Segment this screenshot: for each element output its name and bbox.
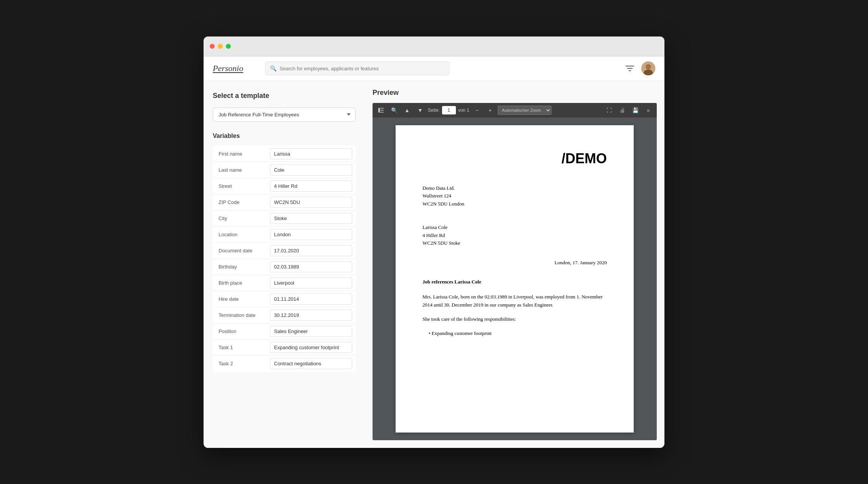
- search-icon: 🔍: [270, 65, 277, 71]
- var-value[interactable]: [267, 194, 356, 210]
- variable-row: Last name: [213, 162, 356, 178]
- var-input-1[interactable]: [270, 164, 353, 176]
- pdf-toolbar: 🔍 ▲ ▼ Seite: von 1 − + Automatischer Zoo…: [373, 103, 657, 118]
- company-street: Wallstreet 124: [422, 193, 451, 199]
- pdf-responsibilities-intro: She took care of the following responsib…: [422, 315, 607, 323]
- var-input-2[interactable]: [270, 181, 353, 192]
- scroll-up-button[interactable]: ▲: [402, 105, 412, 116]
- pdf-company-address: Demo Data Ltd. Wallstreet 124 WC2N 5DU L…: [422, 184, 607, 208]
- page-of: von 1: [458, 108, 469, 113]
- pdf-content[interactable]: /DEMO Demo Data Ltd. Wallstreet 124 WC2N…: [373, 118, 657, 440]
- var-input-12[interactable]: [270, 342, 353, 353]
- var-value[interactable]: [267, 162, 356, 178]
- var-label: Position: [213, 323, 267, 339]
- avatar[interactable]: [641, 61, 655, 75]
- svg-rect-9: [380, 112, 384, 113]
- var-label: First name: [213, 146, 267, 162]
- var-input-4[interactable]: [270, 213, 353, 224]
- variable-row: Document date: [213, 242, 356, 259]
- scroll-down-button[interactable]: ▼: [415, 105, 426, 116]
- var-value[interactable]: [267, 259, 356, 275]
- var-value[interactable]: [267, 307, 356, 323]
- var-label: City: [213, 210, 267, 226]
- var-value[interactable]: [267, 210, 356, 226]
- var-label: ZIP Code: [213, 194, 267, 210]
- template-select[interactable]: Job Reference Full-Time Employees: [213, 108, 356, 122]
- filter-icon[interactable]: [624, 63, 635, 74]
- pdf-body-paragraph: Mrs. Larissa Cole, born on the 02.03.198…: [422, 293, 607, 309]
- var-value[interactable]: [267, 146, 356, 162]
- var-label: Hire date: [213, 291, 267, 307]
- var-input-0[interactable]: [270, 148, 353, 159]
- fullscreen-button[interactable]: ⛶: [604, 105, 615, 116]
- recipient-street: 4 Hiller Rd: [422, 232, 445, 238]
- logo-area: Personio: [213, 63, 259, 73]
- variable-row: Task 2: [213, 355, 356, 371]
- sidebar-toggle-button[interactable]: [376, 105, 386, 116]
- var-input-10[interactable]: [270, 310, 353, 321]
- header-actions: [624, 61, 655, 75]
- minimize-button[interactable]: [218, 44, 223, 49]
- var-label: Termination date: [213, 307, 267, 323]
- variable-row: Birthday: [213, 259, 356, 275]
- var-value[interactable]: [267, 323, 356, 339]
- search-input[interactable]: [280, 66, 444, 71]
- var-label: Street: [213, 178, 267, 194]
- variables-table: First name Last name Street ZIP Code Cit…: [213, 146, 356, 372]
- var-label: Task 2: [213, 355, 267, 371]
- pdf-subject: Job references Larissa Cole: [422, 278, 607, 286]
- company-name: Demo Data Ltd.: [422, 185, 455, 191]
- window-controls: [210, 44, 231, 49]
- var-value[interactable]: [267, 242, 356, 259]
- var-value[interactable]: [267, 226, 356, 242]
- var-value[interactable]: [267, 339, 356, 355]
- main-content: Select a template Job Reference Full-Tim…: [204, 81, 664, 448]
- variable-row: Location: [213, 226, 356, 242]
- var-label: Birth place: [213, 275, 267, 291]
- var-input-5[interactable]: [270, 229, 353, 240]
- var-input-9[interactable]: [270, 293, 353, 305]
- variable-row: Task 1: [213, 339, 356, 355]
- variable-row: Hire date: [213, 291, 356, 307]
- search-pdf-button[interactable]: 🔍: [389, 105, 399, 116]
- download-button[interactable]: 💾: [630, 105, 641, 116]
- app-logo: Personio: [213, 63, 243, 73]
- print-button[interactable]: 🖨: [617, 105, 628, 116]
- var-input-8[interactable]: [270, 277, 353, 288]
- search-bar[interactable]: 🔍: [265, 61, 449, 75]
- close-button[interactable]: [210, 44, 215, 49]
- var-input-13[interactable]: [270, 358, 353, 369]
- variable-row: City: [213, 210, 356, 226]
- page-number-input[interactable]: [442, 106, 456, 114]
- maximize-button[interactable]: [226, 44, 231, 49]
- var-value[interactable]: [267, 355, 356, 371]
- var-value[interactable]: [267, 275, 356, 291]
- variable-row: Position: [213, 323, 356, 339]
- recipient-name: Larissa Cole: [422, 224, 447, 230]
- var-input-11[interactable]: [270, 326, 353, 337]
- var-input-7[interactable]: [270, 261, 353, 272]
- more-options-button[interactable]: »: [643, 105, 654, 116]
- svg-rect-7: [380, 108, 384, 109]
- svg-rect-8: [380, 110, 384, 111]
- zoom-select[interactable]: Automatischer Zoom: [498, 106, 552, 115]
- right-panel: Preview 🔍 ▲ ▼ Seite:: [365, 81, 664, 448]
- var-value[interactable]: [267, 291, 356, 307]
- zoom-in-button[interactable]: +: [485, 105, 495, 116]
- variable-row: Birth place: [213, 275, 356, 291]
- var-input-3[interactable]: [270, 197, 353, 208]
- pdf-date: London, 17. January 2020: [422, 259, 607, 267]
- var-label: Document date: [213, 242, 267, 259]
- var-label: Birthday: [213, 259, 267, 275]
- pdf-recipient-address: Larissa Cole 4 Hiller Rd WC2N 5DU Stoke: [422, 224, 607, 247]
- company-city: WC2N 5DU London: [422, 201, 464, 207]
- title-bar: [204, 36, 664, 56]
- zoom-out-button[interactable]: −: [472, 105, 482, 116]
- variable-row: Street: [213, 178, 356, 194]
- pdf-task1-preview: • Expanding customer footprint: [422, 330, 607, 338]
- left-panel: Select a template Job Reference Full-Tim…: [204, 81, 365, 448]
- svg-rect-6: [378, 108, 380, 113]
- mac-window: Personio 🔍: [204, 36, 664, 448]
- var-input-6[interactable]: [270, 245, 353, 256]
- var-value[interactable]: [267, 178, 356, 194]
